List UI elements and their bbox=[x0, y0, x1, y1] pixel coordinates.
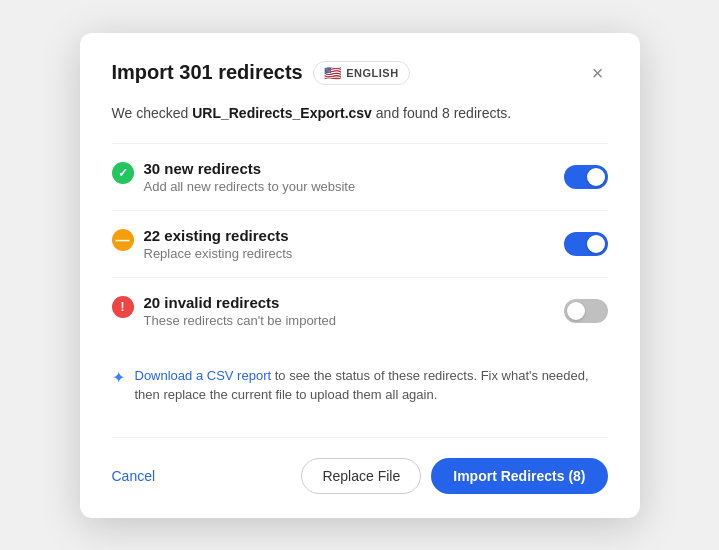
description-suffix: and found 8 redirects. bbox=[372, 105, 511, 121]
new-redirects-toggle[interactable] bbox=[564, 165, 608, 189]
new-redirects-icon: ✓ bbox=[112, 162, 134, 184]
redirect-item-existing: — 22 existing redirects Replace existing… bbox=[112, 210, 608, 277]
cancel-button[interactable]: Cancel bbox=[112, 460, 156, 492]
new-redirects-subtitle: Add all new redirects to your website bbox=[144, 179, 356, 194]
download-notice-text: Download a CSV report to see the status … bbox=[135, 366, 608, 405]
replace-file-button[interactable]: Replace File bbox=[301, 458, 421, 494]
language-badge[interactable]: 🇺🇸 ENGLISH bbox=[313, 61, 410, 85]
invalid-redirects-title: 20 invalid redirects bbox=[144, 294, 337, 311]
existing-redirects-title: 22 existing redirects bbox=[144, 227, 293, 244]
item-left-new: ✓ 30 new redirects Add all new redirects… bbox=[112, 160, 356, 194]
new-redirects-title: 30 new redirects bbox=[144, 160, 356, 177]
existing-redirects-subtitle: Replace existing redirects bbox=[144, 246, 293, 261]
import-redirects-button[interactable]: Import Redirects (8) bbox=[431, 458, 607, 494]
invalid-redirects-icon: ! bbox=[112, 296, 134, 318]
existing-redirects-toggle[interactable] bbox=[564, 232, 608, 256]
invalid-redirects-subtitle: These redirects can't be imported bbox=[144, 313, 337, 328]
modal-title-group: Import 301 redirects 🇺🇸 ENGLISH bbox=[112, 61, 410, 85]
download-notice: ✦ Download a CSV report to see the statu… bbox=[112, 362, 608, 405]
description-text: We checked URL_Redirects_Export.csv and … bbox=[112, 105, 608, 121]
filename: URL_Redirects_Export.csv bbox=[192, 105, 372, 121]
redirect-item-new: ✓ 30 new redirects Add all new redirects… bbox=[112, 143, 608, 210]
modal-title: Import 301 redirects bbox=[112, 61, 303, 84]
redirect-item-invalid: ! 20 invalid redirects These redirects c… bbox=[112, 277, 608, 344]
description-prefix: We checked bbox=[112, 105, 193, 121]
invalid-redirects-toggle[interactable] bbox=[564, 299, 608, 323]
modal-overlay: Import 301 redirects 🇺🇸 ENGLISH × We che… bbox=[0, 0, 719, 550]
flag-icon: 🇺🇸 bbox=[324, 65, 342, 81]
download-link[interactable]: Download a CSV report bbox=[135, 368, 272, 383]
modal-footer: Cancel Replace File Import Redirects (8) bbox=[112, 437, 608, 494]
bulb-icon: ✦ bbox=[112, 368, 125, 387]
item-left-invalid: ! 20 invalid redirects These redirects c… bbox=[112, 294, 337, 328]
item-left-existing: — 22 existing redirects Replace existing… bbox=[112, 227, 293, 261]
modal-dialog: Import 301 redirects 🇺🇸 ENGLISH × We che… bbox=[80, 33, 640, 518]
language-label: ENGLISH bbox=[346, 67, 398, 79]
close-button[interactable]: × bbox=[588, 61, 608, 85]
existing-redirects-icon: — bbox=[112, 229, 134, 251]
footer-right: Replace File Import Redirects (8) bbox=[301, 458, 607, 494]
modal-header: Import 301 redirects 🇺🇸 ENGLISH × bbox=[112, 61, 608, 85]
